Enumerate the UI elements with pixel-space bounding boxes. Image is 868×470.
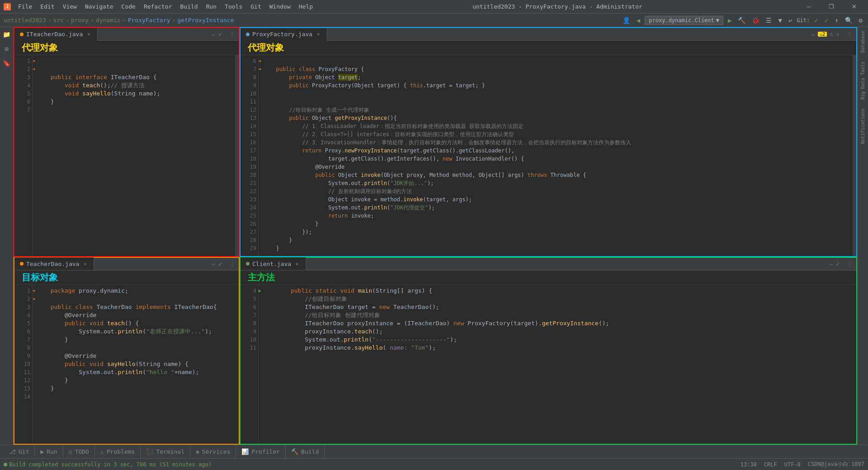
top-right-code[interactable]: 67891011 121314151617 181920212223 24252… bbox=[241, 55, 856, 256]
bl7: } bbox=[43, 336, 235, 344]
tab-close-button[interactable]: ✕ bbox=[85, 31, 92, 38]
more-btn-br[interactable]: ⋮ bbox=[843, 260, 856, 268]
edit-icon-2[interactable]: ✏ bbox=[811, 31, 815, 38]
sidebar-database-label[interactable]: Database bbox=[860, 31, 865, 52]
services-tab-label: Services bbox=[202, 448, 231, 455]
close-button[interactable]: ✕ bbox=[844, 0, 864, 14]
target-section-label: 目标对象 bbox=[18, 271, 61, 285]
menu-view[interactable]: View bbox=[59, 2, 80, 11]
sidebar-notifications-label[interactable]: Notifications bbox=[860, 109, 865, 144]
run-nav-button[interactable]: ◀ bbox=[635, 16, 642, 25]
status-encoding[interactable]: CRLF bbox=[764, 461, 777, 468]
panel-tab-terminal[interactable]: ⬛ Terminal bbox=[141, 445, 190, 459]
sidebar-bookmark-icon[interactable]: 🔖 bbox=[1, 58, 12, 69]
breadcrumb-class[interactable]: ProxyFactory bbox=[128, 17, 170, 24]
status-charset[interactable]: UTF-8 bbox=[784, 461, 801, 468]
tab-iteacherdao[interactable]: ITeacherDao.java ✕ bbox=[14, 28, 98, 41]
tab-close-teacher[interactable]: ✕ bbox=[82, 261, 88, 267]
search-nav-button[interactable]: 🔍 bbox=[843, 16, 854, 25]
menu-file[interactable]: File bbox=[14, 2, 36, 11]
todo-tab-icon: ☑ bbox=[69, 448, 72, 455]
todo-tab-label: TODO bbox=[75, 448, 89, 455]
coverage-button[interactable]: ☰ bbox=[764, 16, 774, 25]
cr29: } bbox=[269, 244, 849, 252]
profiler-tab-icon: 📊 bbox=[241, 448, 249, 455]
edit-icon-4[interactable]: ✏ bbox=[830, 261, 833, 267]
git-tab-icon: ⎇ bbox=[9, 448, 16, 455]
git-push[interactable]: ↑ bbox=[833, 16, 840, 25]
cr27: }); bbox=[269, 228, 849, 236]
cr20: public Object invoke(Object proxy, Metho… bbox=[269, 171, 849, 179]
right-scrollbar[interactable] bbox=[853, 55, 856, 256]
line-numbers-area: 1234567 ◀ ◀ bbox=[14, 55, 40, 256]
app-logo: J bbox=[4, 3, 11, 10]
sidebar-bigdata-label[interactable]: Big Data Tools bbox=[860, 62, 865, 100]
git-check1[interactable]: ✓ bbox=[812, 16, 820, 25]
cr12: //给目标对象 生成一个代理对象 bbox=[269, 106, 849, 114]
more-button[interactable]: ⋮ bbox=[226, 30, 239, 38]
scrollbar[interactable] bbox=[235, 55, 239, 256]
tab-close-client[interactable]: ✕ bbox=[294, 261, 300, 267]
back-button[interactable]: 👤 bbox=[621, 16, 632, 25]
cr17: return Proxy.newProxyInstance(target.get… bbox=[269, 147, 849, 155]
git-check2[interactable]: ✓ bbox=[823, 16, 830, 25]
bottom-right-code[interactable]: 4567891011 ▶ public static void main(Str… bbox=[241, 285, 856, 444]
edit-icon[interactable]: ✏ bbox=[211, 31, 215, 38]
undo-button[interactable]: ↩ bbox=[787, 16, 794, 25]
menu-window[interactable]: Window bbox=[266, 2, 294, 11]
panel-tab-profiler[interactable]: 📊 Profiler bbox=[236, 445, 286, 459]
settings-button[interactable]: ⚙ bbox=[857, 16, 864, 25]
bl3: public class TeacherDao implements ITeac… bbox=[43, 303, 235, 311]
menu-tools[interactable]: Tools bbox=[221, 2, 246, 11]
tab-dot-orange2 bbox=[20, 262, 24, 266]
top-left-code[interactable]: 1234567 ◀ ◀ public interface ITeacherDao bbox=[14, 55, 239, 256]
panel-tab-problems[interactable]: ⚠ Problems bbox=[95, 445, 141, 459]
gutter: ◀ ◀ bbox=[33, 55, 40, 256]
breadcrumb-project[interactable]: untitled2023 bbox=[4, 17, 46, 24]
panel-tab-git[interactable]: ⎇ Git bbox=[4, 445, 35, 459]
menu-edit[interactable]: Edit bbox=[37, 2, 58, 11]
br7: //给目标对象 创建代理对象 bbox=[269, 311, 853, 319]
run-button[interactable]: ▶ bbox=[726, 16, 733, 25]
edit-icon-3[interactable]: ✏ bbox=[212, 261, 216, 267]
breadcrumb-src[interactable]: src bbox=[53, 17, 64, 24]
panel-tab-run[interactable]: ▶ Run bbox=[35, 445, 63, 459]
more-run-button[interactable]: ▼ bbox=[776, 16, 783, 25]
panel-tab-services[interactable]: ◈ Services bbox=[190, 445, 236, 459]
breadcrumb-dynamic[interactable]: dynamic bbox=[96, 17, 121, 24]
sidebar-structure-icon[interactable]: ⊞ bbox=[1, 43, 12, 54]
panel-tab-build[interactable]: 🔨 Build bbox=[286, 445, 325, 459]
chevron-up[interactable]: ∧ bbox=[830, 31, 833, 38]
menu-git[interactable]: Git bbox=[247, 2, 264, 11]
tab-close-proxy[interactable]: ✕ bbox=[315, 31, 321, 38]
tab-icons: ✏ ✓ bbox=[211, 31, 226, 38]
panel-tab-todo[interactable]: ☑ TODO bbox=[63, 445, 95, 459]
tab-proxyfactory[interactable]: ProxyFactory.java ✕ bbox=[241, 28, 327, 41]
menu-build[interactable]: Build bbox=[177, 2, 202, 11]
restore-button[interactable]: ❐ bbox=[821, 0, 842, 14]
breadcrumb-proxy[interactable]: proxy bbox=[71, 17, 89, 24]
bl5: public void teach() { bbox=[43, 319, 235, 328]
menu-help[interactable]: Help bbox=[295, 2, 316, 11]
build-button[interactable]: 🔨 bbox=[736, 16, 747, 25]
tab-client[interactable]: Client.java ✕ bbox=[241, 257, 306, 270]
breadcrumb-method[interactable]: getProxyInstance bbox=[177, 17, 234, 24]
run-config-label: proxy.dynamic.Client bbox=[649, 17, 714, 24]
sidebar-project-icon[interactable]: 📁 bbox=[1, 29, 12, 40]
bottom-left-code[interactable]: 1234567 891011121314 ◀ ◀ package proxy.d… bbox=[14, 285, 239, 444]
more-btn-bl[interactable]: ⋮ bbox=[226, 260, 239, 268]
menu-refactor[interactable]: Refactor bbox=[140, 2, 176, 11]
debug-button[interactable]: 🐞 bbox=[750, 16, 761, 25]
tab-teacherdao[interactable]: TeacherDao.java ✕ bbox=[14, 257, 94, 270]
more-btn-right[interactable]: ⋮ bbox=[843, 30, 856, 38]
menu-code[interactable]: Code bbox=[118, 2, 139, 11]
br-gutter: ▶ bbox=[259, 285, 266, 444]
chevron-down[interactable]: ∨ bbox=[836, 31, 840, 38]
br4: public static void main(String[] args) { bbox=[269, 287, 853, 295]
run-config-dropdown[interactable]: proxy.dynamic.Client ▼ bbox=[645, 16, 723, 25]
bl8 bbox=[43, 344, 235, 352]
menu-run[interactable]: Run bbox=[203, 2, 220, 11]
menu-navigate[interactable]: Navigate bbox=[81, 2, 117, 11]
minimize-button[interactable]: ─ bbox=[798, 0, 819, 14]
status-build-message[interactable]: Build completed successfully in 3 sec, 7… bbox=[4, 461, 212, 468]
